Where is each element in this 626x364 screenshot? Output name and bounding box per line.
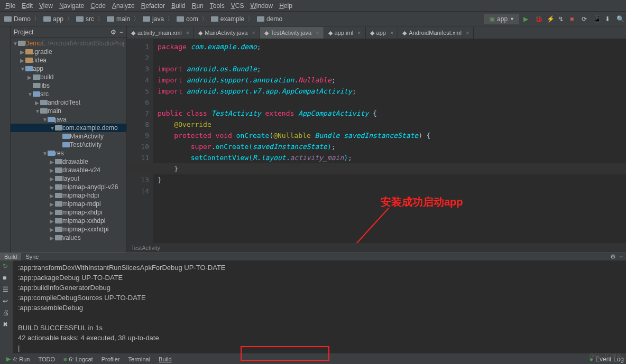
clear-icon[interactable]: ✖	[3, 321, 10, 328]
filter-icon[interactable]: ☰	[3, 286, 10, 293]
tree-root[interactable]: ▼ Demo E:\Android\AndroidStudioProj	[11, 39, 126, 48]
menu-view[interactable]: View	[36, 2, 56, 10]
editor-tab[interactable]: ◆app×	[366, 27, 399, 39]
folder-icon	[33, 83, 40, 88]
menu-tools[interactable]: Tools	[207, 2, 228, 10]
menu-edit[interactable]: Edit	[19, 2, 36, 10]
editor-tab[interactable]: ◆AndroidManifest.xml×	[398, 27, 474, 39]
menu-vcs[interactable]: VCS	[228, 2, 247, 10]
tree-item[interactable]: ▼ java	[11, 115, 126, 124]
tree-item[interactable]: ▼ res	[11, 149, 126, 157]
watermark: @51CTO博客	[589, 352, 622, 360]
breadcrumb-item[interactable]: example	[209, 15, 246, 23]
folder-icon	[25, 58, 33, 63]
tree-item[interactable]: TestActivity	[11, 141, 126, 149]
bottom-tab[interactable]: Terminal	[124, 356, 155, 362]
menu-navigate[interactable]: Navigate	[56, 2, 87, 10]
search-icon[interactable]: 🔍	[616, 15, 624, 23]
bottom-tab[interactable]: ▶4: Run	[2, 356, 34, 362]
project-panel-header[interactable]: Project ⚙ −	[11, 26, 126, 38]
sdk-button[interactable]: ⬇	[605, 15, 612, 23]
tree-item[interactable]: ▼ src	[11, 90, 126, 98]
menubar: FileEditViewNavigateCodeAnalyzeRefactorB…	[0, 0, 626, 12]
folder-icon	[62, 142, 70, 147]
main-area: Project ⚙ − ▼ Demo E:\Android\AndroidStu…	[0, 26, 626, 253]
menu-refactor[interactable]: Refactor	[138, 2, 168, 10]
menu-window[interactable]: Window	[247, 2, 276, 10]
tree-item[interactable]: MainActivity	[11, 132, 126, 141]
editor-tab[interactable]: ◆TestActivity.java×	[260, 27, 324, 39]
folder-icon	[43, 16, 51, 22]
close-icon[interactable]: ×	[466, 30, 469, 36]
profile-button[interactable]: ⚡	[547, 15, 554, 23]
breadcrumb-item[interactable]: src	[74, 15, 96, 23]
tree-item[interactable]: ▶ mipmap-xxhdpi	[11, 217, 126, 225]
menu-help[interactable]: Help	[276, 2, 296, 10]
close-icon[interactable]: ×	[316, 30, 319, 36]
print-icon[interactable]: 🖨	[3, 309, 10, 316]
editor-tab[interactable]: ◆app.iml×	[324, 27, 366, 39]
menu-analyze[interactable]: Analyze	[109, 2, 138, 10]
tree-item[interactable]: ▶ mipmap-xxxhdpi	[11, 225, 126, 234]
tree-item[interactable]: ▶ build	[11, 73, 126, 81]
menu-code[interactable]: Code	[87, 2, 109, 10]
editor-body[interactable]: 1234567891011121314 package com.example.…	[127, 39, 626, 243]
tree-item[interactable]: ▶ .idea	[11, 56, 126, 64]
tree-item[interactable]: ▼ com.example.demo	[11, 124, 126, 132]
tree-item[interactable]: ▶ layout	[11, 174, 126, 183]
tree-item[interactable]: ▶ drawable-v24	[11, 166, 126, 174]
breadcrumb-item[interactable]: Demo	[2, 15, 33, 23]
editor-tab[interactable]: ◆MainActivity.java×	[194, 27, 260, 39]
folder-icon	[33, 74, 40, 80]
run-config-selector[interactable]: ▣ app ▼	[484, 14, 519, 24]
tree-item[interactable]: ▶ mipmap-xhdpi	[11, 208, 126, 217]
breadcrumb-item[interactable]: demo	[255, 15, 284, 23]
tree-item[interactable]: ▶ .gradle	[11, 48, 126, 56]
build-output[interactable]: :app:transformDexWithInstantRunSlicesApk…	[13, 260, 626, 355]
close-icon[interactable]: ×	[186, 30, 189, 36]
menu-build[interactable]: Build	[168, 2, 189, 10]
bottom-tab[interactable]: TODO	[34, 356, 59, 362]
close-icon[interactable]: ×	[390, 30, 393, 36]
folder-icon	[257, 16, 264, 22]
breadcrumb-item[interactable]: main	[105, 15, 132, 23]
breadcrumb-item[interactable]: app	[41, 15, 66, 23]
close-icon[interactable]: ×	[252, 30, 255, 36]
build-tab-sync[interactable]: Sync	[21, 253, 42, 260]
bottom-tab[interactable]: Profiler	[97, 356, 124, 362]
tree-item[interactable]: ▶ drawable	[11, 157, 126, 166]
gear-icon[interactable]: ⚙	[111, 29, 116, 36]
run-button[interactable]: ▶	[523, 15, 531, 23]
code-area[interactable]: package com.example.demo; import android…	[153, 39, 626, 243]
tree-item[interactable]: ▶ mipmap-anydpi-v26	[11, 183, 126, 191]
sync-button[interactable]: ⟳	[582, 15, 589, 23]
bottom-tab[interactable]: Build	[154, 356, 176, 362]
run-toolbar: ▣ app ▼ ▶ 🐞 ⚡ ↯ ■ ⟳ 📱 ⬇ 🔍	[484, 14, 624, 24]
gear-icon[interactable]: ⚙	[610, 253, 616, 260]
tree-item[interactable]: ▶ androidTest	[11, 98, 126, 107]
debug-button[interactable]: 🐞	[535, 15, 542, 23]
collapse-icon[interactable]: −	[119, 29, 123, 36]
attach-button[interactable]: ↯	[558, 15, 566, 23]
avd-button[interactable]: 📱	[593, 15, 601, 23]
build-tab-build[interactable]: Build	[0, 253, 21, 260]
stop-button[interactable]: ■	[570, 15, 577, 23]
tree-item[interactable]: ▼ app	[11, 64, 126, 73]
tree-item[interactable]: ▼ main	[11, 107, 126, 115]
tree-item[interactable]: ▶ mipmap-hdpi	[11, 191, 126, 200]
rerun-icon[interactable]: ↻	[3, 263, 10, 270]
tree-item[interactable]: libs	[11, 81, 126, 90]
breadcrumb-item[interactable]: java	[141, 15, 166, 23]
stop-icon[interactable]: ■	[3, 274, 10, 282]
bottom-tab[interactable]: ≡6: Logcat	[59, 356, 97, 362]
minimize-icon[interactable]: −	[619, 253, 623, 260]
tree-item[interactable]: ▶ mipmap-mdpi	[11, 200, 126, 208]
menu-run[interactable]: Run	[189, 2, 207, 10]
menu-file[interactable]: File	[2, 2, 19, 10]
breadcrumb-item[interactable]: com	[174, 15, 200, 23]
close-icon[interactable]: ×	[357, 30, 361, 36]
wrap-icon[interactable]: ↩	[3, 297, 10, 305]
tree-item[interactable]: ▶ values	[11, 234, 126, 242]
project-tree[interactable]: ▼ Demo E:\Android\AndroidStudioProj▶ .gr…	[11, 38, 126, 253]
editor-tab[interactable]: ◆activity_main.xml×	[127, 27, 194, 39]
